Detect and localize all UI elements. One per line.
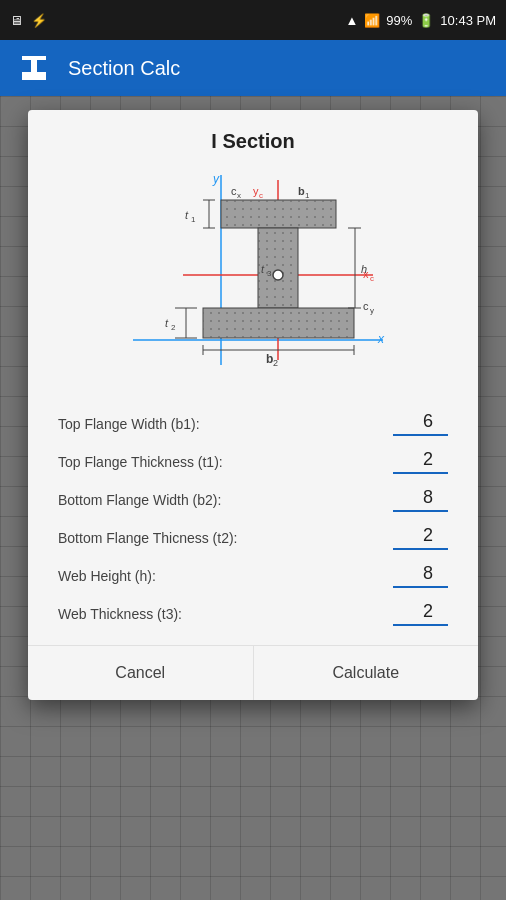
battery-percent: 99% — [386, 13, 412, 28]
field-row-h: Web Height (h): — [58, 557, 448, 595]
field-row-b1: Top Flange Width (b1): — [58, 405, 448, 443]
app-title: Section Calc — [68, 57, 180, 80]
input-t1[interactable] — [393, 449, 448, 474]
field-row-t2: Bottom Flange Thicness (t2): — [58, 519, 448, 557]
svg-rect-1 — [31, 60, 37, 72]
svg-text:x: x — [237, 191, 241, 200]
label-b1: Top Flange Width (b1): — [58, 416, 388, 436]
calculate-button[interactable]: Calculate — [254, 646, 479, 700]
screen-icon: 🖥 — [10, 13, 23, 28]
label-h: Web Height (h): — [58, 568, 388, 588]
status-bar-right: ▲ 📶 99% 🔋 10:43 PM — [345, 13, 496, 28]
svg-text:t: t — [165, 317, 169, 329]
status-bar: 🖥 ⚡ ▲ 📶 99% 🔋 10:43 PM — [0, 0, 506, 40]
app-icon — [16, 50, 52, 86]
cancel-button[interactable]: Cancel — [28, 646, 254, 700]
fields-section: Top Flange Width (b1): Top Flange Thickn… — [48, 405, 458, 633]
diagram-svg: y x c x y c b 1 t 1 t 3 — [103, 165, 403, 385]
input-wrapper-h — [388, 563, 448, 588]
input-t3[interactable] — [393, 601, 448, 626]
svg-rect-0 — [22, 56, 46, 60]
input-h[interactable] — [393, 563, 448, 588]
svg-text:b: b — [298, 185, 305, 197]
input-wrapper-t2 — [388, 525, 448, 550]
dialog: I Section — [28, 110, 478, 700]
svg-text:x: x — [377, 332, 385, 346]
label-t2: Bottom Flange Thicness (t2): — [58, 530, 388, 550]
svg-text:2: 2 — [171, 323, 176, 332]
svg-text:2: 2 — [273, 358, 278, 368]
clock: 10:43 PM — [440, 13, 496, 28]
svg-rect-2 — [22, 72, 46, 76]
svg-point-15 — [273, 270, 283, 280]
svg-text:c: c — [363, 300, 369, 312]
input-wrapper-b2 — [388, 487, 448, 512]
input-wrapper-b1 — [388, 411, 448, 436]
input-b1[interactable] — [393, 411, 448, 436]
svg-text:1: 1 — [305, 191, 310, 200]
svg-text:y: y — [212, 172, 220, 186]
i-section-diagram: y x c x y c b 1 t 1 t 3 — [48, 165, 458, 395]
field-row-t1: Top Flange Thickness (t1): — [58, 443, 448, 481]
svg-rect-14 — [203, 308, 354, 338]
wifi-icon: ▲ — [345, 13, 358, 28]
svg-text:c: c — [370, 274, 374, 283]
svg-text:y: y — [370, 306, 374, 315]
svg-text:c: c — [259, 191, 263, 200]
svg-text:1: 1 — [191, 215, 196, 224]
svg-rect-3 — [22, 76, 46, 80]
svg-rect-12 — [221, 200, 336, 228]
field-row-b2: Bottom Flange Width (b2): — [58, 481, 448, 519]
svg-text:3: 3 — [267, 269, 272, 278]
input-wrapper-t3 — [388, 601, 448, 626]
field-row-t3: Web Thickness (t3): — [58, 595, 448, 633]
battery-icon: 🔋 — [418, 13, 434, 28]
usb-icon: ⚡ — [31, 13, 47, 28]
label-t3: Web Thickness (t3): — [58, 606, 388, 626]
signal-icon: 📶 — [364, 13, 380, 28]
status-bar-left: 🖥 ⚡ — [10, 13, 47, 28]
input-wrapper-t1 — [388, 449, 448, 474]
dialog-actions: Cancel Calculate — [28, 645, 478, 700]
input-b2[interactable] — [393, 487, 448, 512]
dialog-content: I Section — [28, 110, 478, 633]
input-t2[interactable] — [393, 525, 448, 550]
svg-text:t: t — [185, 209, 189, 221]
dialog-title: I Section — [48, 130, 458, 153]
app-bar: Section Calc — [0, 40, 506, 96]
label-t1: Top Flange Thickness (t1): — [58, 454, 388, 474]
label-b2: Bottom Flange Width (b2): — [58, 492, 388, 512]
svg-text:x: x — [363, 268, 369, 280]
